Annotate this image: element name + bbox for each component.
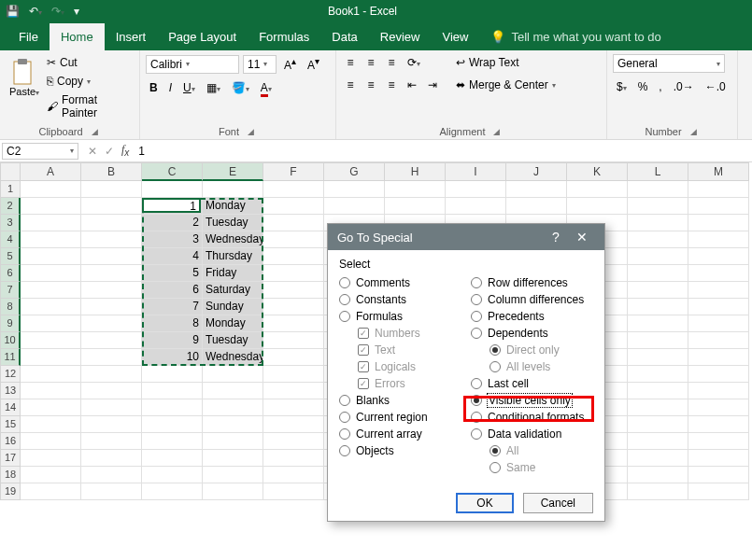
col-header-H[interactable]: H [385, 162, 446, 181]
opt-objects[interactable]: Objects [339, 442, 461, 459]
cell-C4[interactable]: 3 [142, 231, 203, 248]
cell-B12[interactable] [81, 366, 142, 383]
cell-E6[interactable]: Friday [203, 265, 263, 282]
cell-A11[interactable] [21, 349, 81, 366]
cell-F16[interactable] [263, 433, 324, 450]
cell-L12[interactable] [628, 366, 688, 383]
cell-A5[interactable] [21, 248, 81, 265]
row-header-16[interactable]: 16 [0, 433, 21, 450]
cell-M16[interactable] [688, 433, 749, 450]
opt-constants[interactable]: Constants [339, 291, 461, 308]
tab-home[interactable]: Home [50, 23, 105, 50]
dialog-titlebar[interactable]: Go To Special ? ✕ [328, 224, 604, 250]
cell-F19[interactable] [263, 483, 324, 500]
cell-F13[interactable] [263, 383, 324, 399]
cell-F9[interactable] [263, 315, 324, 332]
cell-M13[interactable] [688, 383, 749, 399]
cell-A16[interactable] [21, 433, 81, 450]
cell-L17[interactable] [628, 450, 688, 467]
opt-blananks[interactable]: Blanks [339, 392, 461, 409]
cell-C9[interactable]: 8 [142, 315, 203, 332]
decrease-font-icon[interactable]: A▾ [304, 54, 323, 74]
tell-me[interactable]: 💡Tell me what you want to do [479, 23, 672, 50]
cell-A14[interactable] [21, 399, 81, 416]
col-header-C[interactable]: C [142, 162, 203, 181]
cell-G2[interactable] [324, 198, 385, 215]
row-header-5[interactable]: 5 [0, 248, 21, 265]
row-header-2[interactable]: 2 [0, 198, 21, 215]
row-header-1[interactable]: 1 [0, 181, 21, 198]
cell-M17[interactable] [688, 450, 749, 467]
cell-E9[interactable]: Monday [203, 315, 263, 332]
orientation-icon[interactable]: ⟳▾ [404, 54, 424, 71]
cell-C17[interactable] [142, 450, 203, 467]
cell-M19[interactable] [688, 483, 749, 500]
tab-review[interactable]: Review [369, 23, 432, 50]
cell-J1[interactable] [506, 181, 567, 198]
cell-B1[interactable] [81, 181, 142, 198]
cell-C5[interactable]: 4 [142, 248, 203, 265]
cell-B6[interactable] [81, 265, 142, 282]
cell-A12[interactable] [21, 366, 81, 383]
cell-B16[interactable] [81, 433, 142, 450]
row-header-11[interactable]: 11 [0, 349, 21, 366]
cell-C12[interactable] [142, 366, 203, 383]
cell-K1[interactable] [567, 181, 628, 198]
cell-B3[interactable] [81, 215, 142, 231]
cell-I1[interactable] [446, 181, 506, 198]
currency-icon[interactable]: $▾ [613, 78, 631, 95]
cell-C11[interactable]: 10 [142, 349, 203, 366]
cell-E2[interactable]: Monday [203, 198, 263, 215]
font-size-select[interactable]: 11▾ [243, 55, 277, 74]
cell-L2[interactable] [628, 198, 688, 215]
cell-B4[interactable] [81, 231, 142, 248]
cell-M18[interactable] [688, 467, 749, 483]
cell-A6[interactable] [21, 265, 81, 282]
cell-B19[interactable] [81, 483, 142, 500]
cell-L5[interactable] [628, 248, 688, 265]
cell-E14[interactable] [203, 399, 263, 416]
col-header-B[interactable]: B [81, 162, 142, 181]
number-format-select[interactable]: General▾ [613, 54, 725, 73]
opt-precedents[interactable]: Precedents [471, 308, 593, 325]
opt-row-diff[interactable]: Row differences [471, 274, 593, 291]
bold-button[interactable]: B [146, 79, 162, 96]
close-icon[interactable]: ✕ [569, 230, 595, 245]
cell-B7[interactable] [81, 282, 142, 299]
cell-M14[interactable] [688, 399, 749, 416]
cell-F5[interactable] [263, 248, 324, 265]
cell-B10[interactable] [81, 332, 142, 349]
cancel-button[interactable]: Cancel [523, 493, 593, 513]
align-middle-icon[interactable]: ≡ [362, 54, 379, 71]
cell-A8[interactable] [21, 299, 81, 315]
cell-M1[interactable] [688, 181, 749, 198]
formula-content[interactable]: 1 [135, 143, 752, 160]
fx-icon[interactable]: fx [121, 143, 135, 158]
cell-F6[interactable] [263, 265, 324, 282]
row-header-19[interactable]: 19 [0, 483, 21, 500]
cell-E7[interactable]: Saturday [203, 282, 263, 299]
cell-B8[interactable] [81, 299, 142, 315]
cell-C8[interactable]: 7 [142, 299, 203, 315]
cell-C14[interactable] [142, 399, 203, 416]
font-launcher-icon[interactable]: ◢ [245, 126, 257, 137]
wrap-text-button[interactable]: ↩Wrap Text [452, 54, 560, 71]
decrease-decimal-icon[interactable]: ←.0 [702, 78, 730, 95]
cell-L7[interactable] [628, 282, 688, 299]
merge-center-button[interactable]: ⬌Merge & Center▾ [452, 77, 560, 93]
cell-L13[interactable] [628, 383, 688, 399]
cell-C13[interactable] [142, 383, 203, 399]
cell-M7[interactable] [688, 282, 749, 299]
cell-E12[interactable] [203, 366, 263, 383]
cell-F4[interactable] [263, 231, 324, 248]
cell-M8[interactable] [688, 299, 749, 315]
col-header-F[interactable]: F [263, 162, 324, 181]
tab-insert[interactable]: Insert [105, 23, 158, 50]
tab-view[interactable]: View [431, 23, 479, 50]
cell-A17[interactable] [21, 450, 81, 467]
cut-button[interactable]: ✂Cut [43, 54, 134, 71]
row-header-4[interactable]: 4 [0, 231, 21, 248]
cell-E17[interactable] [203, 450, 263, 467]
cell-M5[interactable] [688, 248, 749, 265]
cell-C3[interactable]: 2 [142, 215, 203, 231]
